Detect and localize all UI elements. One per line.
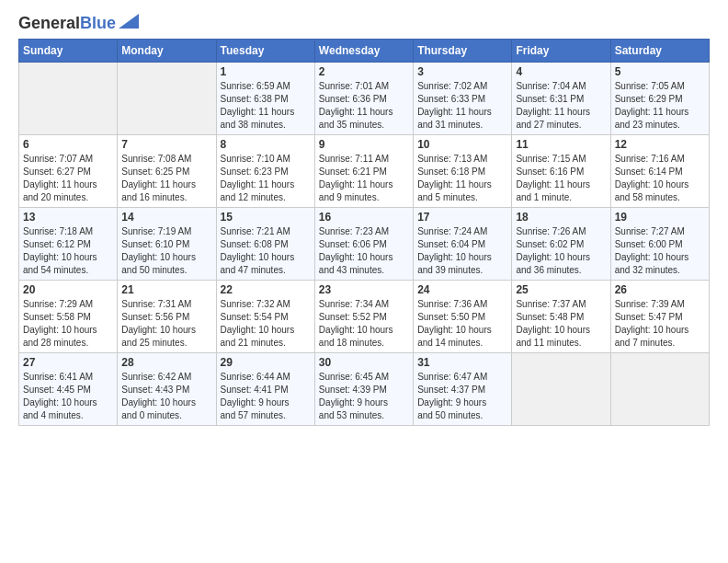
week-row-4: 27Sunrise: 6:41 AM Sunset: 4:45 PM Dayli… (19, 352, 710, 425)
day-cell: 8Sunrise: 7:10 AM Sunset: 6:23 PM Daylig… (216, 134, 314, 207)
day-cell: 21Sunrise: 7:31 AM Sunset: 5:56 PM Dayli… (118, 280, 216, 352)
day-cell: 2Sunrise: 7:01 AM Sunset: 6:36 PM Daylig… (314, 62, 413, 134)
day-number: 25 (516, 283, 606, 296)
day-number: 30 (319, 356, 409, 369)
day-cell (19, 62, 118, 134)
day-cell: 18Sunrise: 7:26 AM Sunset: 6:02 PM Dayli… (512, 207, 610, 280)
day-cell: 16Sunrise: 7:23 AM Sunset: 6:06 PM Dayli… (314, 207, 413, 280)
day-cell: 23Sunrise: 7:34 AM Sunset: 5:52 PM Dayli… (314, 280, 413, 352)
day-info: Sunrise: 7:11 AM Sunset: 6:21 PM Dayligh… (319, 153, 409, 204)
day-number: 16 (319, 211, 409, 224)
day-info: Sunrise: 7:04 AM Sunset: 6:31 PM Dayligh… (516, 80, 606, 132)
day-number: 4 (516, 65, 606, 78)
day-cell: 20Sunrise: 7:29 AM Sunset: 5:58 PM Dayli… (19, 280, 118, 352)
day-number: 24 (417, 283, 507, 296)
day-number: 23 (319, 283, 409, 296)
page: GeneralBlue SundayMondayTuesdayWednesday… (0, 0, 728, 563)
logo-icon (119, 14, 139, 29)
col-header-saturday: Saturday (610, 39, 709, 62)
day-number: 11 (516, 138, 606, 151)
day-number: 13 (23, 211, 113, 224)
day-info: Sunrise: 7:08 AM Sunset: 6:25 PM Dayligh… (121, 153, 211, 204)
day-info: Sunrise: 6:59 AM Sunset: 6:38 PM Dayligh… (221, 80, 311, 132)
day-cell: 30Sunrise: 6:45 AM Sunset: 4:39 PM Dayli… (314, 352, 413, 425)
day-number: 12 (615, 138, 705, 151)
day-cell (512, 352, 610, 425)
day-info: Sunrise: 7:32 AM Sunset: 5:54 PM Dayligh… (221, 298, 311, 350)
day-cell: 27Sunrise: 6:41 AM Sunset: 4:45 PM Dayli… (19, 352, 118, 425)
svg-marker-0 (119, 14, 139, 29)
day-number: 21 (121, 283, 211, 296)
day-info: Sunrise: 7:16 AM Sunset: 6:14 PM Dayligh… (615, 153, 705, 204)
day-number: 10 (417, 138, 507, 151)
day-info: Sunrise: 7:15 AM Sunset: 6:16 PM Dayligh… (516, 153, 606, 204)
day-info: Sunrise: 7:34 AM Sunset: 5:52 PM Dayligh… (319, 298, 409, 350)
day-cell: 6Sunrise: 7:07 AM Sunset: 6:27 PM Daylig… (19, 134, 118, 207)
day-info: Sunrise: 7:27 AM Sunset: 6:00 PM Dayligh… (615, 225, 705, 277)
day-cell: 13Sunrise: 7:18 AM Sunset: 6:12 PM Dayli… (19, 207, 118, 280)
day-info: Sunrise: 6:41 AM Sunset: 4:45 PM Dayligh… (23, 371, 113, 422)
day-number: 17 (417, 211, 507, 224)
header-row: SundayMondayTuesdayWednesdayThursdayFrid… (19, 39, 710, 62)
day-number: 2 (319, 65, 409, 78)
day-number: 8 (221, 138, 311, 151)
day-number: 1 (221, 65, 311, 78)
day-cell: 31Sunrise: 6:47 AM Sunset: 4:37 PM Dayli… (414, 352, 512, 425)
day-number: 9 (319, 138, 409, 151)
week-row-3: 20Sunrise: 7:29 AM Sunset: 5:58 PM Dayli… (19, 280, 710, 352)
day-number: 5 (615, 65, 705, 78)
day-number: 3 (417, 65, 507, 78)
day-info: Sunrise: 6:47 AM Sunset: 4:37 PM Dayligh… (417, 371, 507, 422)
day-cell: 1Sunrise: 6:59 AM Sunset: 6:38 PM Daylig… (216, 62, 314, 134)
day-cell: 12Sunrise: 7:16 AM Sunset: 6:14 PM Dayli… (610, 134, 709, 207)
day-cell (610, 352, 709, 425)
col-header-monday: Monday (118, 39, 216, 62)
day-info: Sunrise: 7:07 AM Sunset: 6:27 PM Dayligh… (23, 153, 113, 204)
logo-text: GeneralBlue (18, 15, 116, 33)
day-number: 19 (615, 211, 705, 224)
week-row-1: 6Sunrise: 7:07 AM Sunset: 6:27 PM Daylig… (19, 134, 710, 207)
day-number: 6 (23, 138, 113, 151)
day-cell: 15Sunrise: 7:21 AM Sunset: 6:08 PM Dayli… (216, 207, 314, 280)
calendar-table: SundayMondayTuesdayWednesdayThursdayFrid… (18, 39, 710, 426)
col-header-wednesday: Wednesday (314, 39, 413, 62)
day-cell: 29Sunrise: 6:44 AM Sunset: 4:41 PM Dayli… (216, 352, 314, 425)
day-number: 29 (221, 356, 311, 369)
day-number: 20 (23, 283, 113, 296)
day-cell: 5Sunrise: 7:05 AM Sunset: 6:29 PM Daylig… (610, 62, 709, 134)
day-cell: 17Sunrise: 7:24 AM Sunset: 6:04 PM Dayli… (414, 207, 512, 280)
col-header-friday: Friday (512, 39, 610, 62)
day-info: Sunrise: 7:05 AM Sunset: 6:29 PM Dayligh… (615, 80, 705, 132)
day-number: 15 (221, 211, 311, 224)
day-info: Sunrise: 7:10 AM Sunset: 6:23 PM Dayligh… (221, 153, 311, 204)
day-cell: 9Sunrise: 7:11 AM Sunset: 6:21 PM Daylig… (314, 134, 413, 207)
day-number: 27 (23, 356, 113, 369)
day-info: Sunrise: 7:02 AM Sunset: 6:33 PM Dayligh… (417, 80, 507, 132)
day-info: Sunrise: 6:44 AM Sunset: 4:41 PM Dayligh… (221, 371, 311, 422)
day-number: 31 (417, 356, 507, 369)
day-cell: 25Sunrise: 7:37 AM Sunset: 5:48 PM Dayli… (512, 280, 610, 352)
day-info: Sunrise: 7:39 AM Sunset: 5:47 PM Dayligh… (615, 298, 705, 350)
day-info: Sunrise: 7:29 AM Sunset: 5:58 PM Dayligh… (23, 298, 113, 350)
day-number: 7 (121, 138, 211, 151)
day-cell: 24Sunrise: 7:36 AM Sunset: 5:50 PM Dayli… (414, 280, 512, 352)
col-header-tuesday: Tuesday (216, 39, 314, 62)
day-number: 22 (221, 283, 311, 296)
day-info: Sunrise: 7:13 AM Sunset: 6:18 PM Dayligh… (417, 153, 507, 204)
day-cell: 4Sunrise: 7:04 AM Sunset: 6:31 PM Daylig… (512, 62, 610, 134)
day-cell: 26Sunrise: 7:39 AM Sunset: 5:47 PM Dayli… (610, 280, 709, 352)
day-cell: 14Sunrise: 7:19 AM Sunset: 6:10 PM Dayli… (118, 207, 216, 280)
week-row-2: 13Sunrise: 7:18 AM Sunset: 6:12 PM Dayli… (19, 207, 710, 280)
day-info: Sunrise: 7:36 AM Sunset: 5:50 PM Dayligh… (417, 298, 507, 350)
day-number: 18 (516, 211, 606, 224)
day-number: 28 (121, 356, 211, 369)
day-info: Sunrise: 7:23 AM Sunset: 6:06 PM Dayligh… (319, 225, 409, 277)
day-info: Sunrise: 7:21 AM Sunset: 6:08 PM Dayligh… (221, 225, 311, 277)
col-header-thursday: Thursday (414, 39, 512, 62)
day-cell: 7Sunrise: 7:08 AM Sunset: 6:25 PM Daylig… (118, 134, 216, 207)
day-cell: 3Sunrise: 7:02 AM Sunset: 6:33 PM Daylig… (414, 62, 512, 134)
day-info: Sunrise: 7:24 AM Sunset: 6:04 PM Dayligh… (417, 225, 507, 277)
day-info: Sunrise: 7:26 AM Sunset: 6:02 PM Dayligh… (516, 225, 606, 277)
day-cell: 19Sunrise: 7:27 AM Sunset: 6:00 PM Dayli… (610, 207, 709, 280)
header: GeneralBlue (18, 15, 710, 33)
